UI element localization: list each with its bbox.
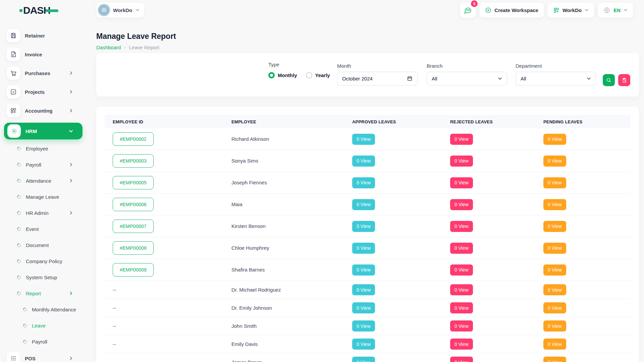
sidebar-subitem-attendance[interactable]: Attendance — [4, 173, 83, 189]
radio-yearly-control[interactable] — [306, 72, 312, 78]
search-button[interactable] — [603, 74, 615, 86]
approved-leaves-view-button[interactable]: 0 View — [352, 284, 375, 295]
pending-leaves-view-button[interactable]: 0 View — [543, 221, 566, 232]
sidebar-item-projects[interactable]: Projects — [4, 85, 83, 99]
pending-leaves-view-button[interactable]: 0 View — [543, 243, 566, 254]
employee-id-button[interactable]: #EMP00008 — [113, 241, 154, 255]
sidebar-subitem-payroll[interactable]: Payroll — [4, 157, 83, 173]
department-select[interactable]: All — [516, 72, 596, 85]
rejected-leaves-view-button[interactable]: 0 View — [450, 243, 473, 254]
rejected-leaves-view-button[interactable]: 0 View — [450, 177, 473, 188]
rejected-leaves-view-button[interactable]: 0 View — [450, 199, 473, 210]
sidebar-item-hrm[interactable]: HRM — [4, 123, 83, 139]
radio-yearly[interactable]: Yearly — [306, 72, 330, 78]
sidebar-subitem-monthly-attendance[interactable]: Monthly Attendance — [4, 301, 83, 317]
breadcrumb-separator: › — [124, 45, 125, 50]
table-row: #EMP00002 Richard Atkinson 0 View 0 View… — [105, 128, 631, 150]
table-row: #EMP00007 Kirsten Benson 0 View 0 View 0… — [105, 216, 631, 237]
sidebar-subitem-company-policy[interactable]: Company Policy — [4, 253, 83, 269]
employee-id-button[interactable]: #EMP00009 — [113, 263, 154, 277]
month-value: October 2024 — [342, 76, 407, 81]
sidebar-subitem-report[interactable]: Report — [4, 285, 83, 301]
table-row: -- Dr. Emily Johnson 0 View 0 View 0 Vie… — [105, 299, 631, 317]
calendar-icon — [407, 76, 413, 81]
sidebar-subitem-label: Company Policy — [26, 258, 62, 264]
department-label: Department — [516, 63, 596, 69]
sidebar-subitem-label: Payroll — [32, 339, 47, 345]
sidebar-item-purchases[interactable]: Purchases — [4, 66, 83, 80]
sidebar-subitem-label: Leave — [32, 323, 46, 328]
radio-monthly[interactable]: Monthly — [268, 72, 297, 78]
employee-id-button[interactable]: #EMP00002 — [113, 132, 154, 146]
reset-filter-button[interactable] — [618, 74, 630, 86]
rejected-leaves-view-button[interactable]: 0 View — [450, 284, 473, 295]
rejected-leaves-view-button[interactable]: 0 View — [450, 134, 473, 145]
bullet-icon — [16, 275, 22, 280]
month-label: Month — [337, 63, 418, 69]
pending-leaves-view-button[interactable]: 0 View — [543, 339, 566, 350]
pending-leaves-view-button[interactable]: 0 View — [543, 284, 566, 295]
column-header: PENDING LEAVES — [535, 115, 631, 128]
sidebar-subitem-label: Employee — [26, 146, 48, 152]
radio-yearly-label: Yearly — [315, 72, 330, 78]
sidebar-item-pos[interactable]: POS — [4, 352, 83, 362]
branch-select[interactable]: All — [427, 72, 507, 85]
employee-id-empty: -- — [113, 341, 116, 347]
month-input[interactable]: October 2024 — [337, 72, 418, 85]
chevron-right-icon — [69, 90, 73, 94]
bullet-icon — [16, 178, 22, 183]
sidebar-subitem-event[interactable]: Event — [4, 221, 83, 237]
employee-id-button[interactable]: #EMP00003 — [113, 154, 154, 168]
radio-monthly-control[interactable] — [268, 72, 275, 78]
pending-leaves-view-button[interactable]: 0 View — [543, 199, 566, 210]
pending-leaves-view-button[interactable]: 0 View — [543, 357, 566, 362]
rejected-leaves-view-button[interactable]: 0 View — [450, 339, 473, 350]
pending-leaves-view-button[interactable]: 0 View — [543, 302, 566, 313]
rejected-leaves-view-button[interactable]: 0 View — [450, 221, 473, 232]
pending-leaves-view-button[interactable]: 0 View — [543, 320, 566, 331]
employee-id-empty: -- — [113, 359, 116, 362]
rejected-leaves-view-button[interactable]: 0 View — [450, 320, 473, 331]
approved-leaves-view-button[interactable]: 0 View — [352, 357, 375, 362]
approved-leaves-view-button[interactable]: 0 View — [352, 302, 375, 313]
approved-leaves-view-button[interactable]: 0 View — [352, 177, 375, 188]
projects-icon — [10, 88, 17, 95]
sidebar-item-invoice[interactable]: Invoice — [4, 48, 83, 61]
sidebar-subitem-employee[interactable]: Employee — [4, 140, 83, 157]
pending-leaves-view-button[interactable]: 0 View — [543, 156, 566, 167]
sidebar-subitem-hr-admin[interactable]: HR Admin — [4, 205, 83, 221]
employee-name: Dr. Emily Johnson — [231, 305, 272, 311]
chevron-right-icon — [69, 163, 73, 167]
sidebar-subitem-system-setup[interactable]: System Setup — [4, 269, 83, 285]
rejected-leaves-view-button[interactable]: 0 View — [450, 302, 473, 313]
pending-leaves-view-button[interactable]: 0 View — [543, 264, 566, 276]
sidebar-item-accounting[interactable]: Accounting — [4, 104, 83, 117]
search-icon — [606, 77, 612, 83]
approved-leaves-view-button[interactable]: 0 View — [352, 339, 375, 350]
sidebar-subitem-document[interactable]: Document — [4, 237, 83, 253]
pending-leaves-view-button[interactable]: 0 View — [543, 177, 566, 188]
branch-label: Branch — [427, 63, 507, 69]
rejected-leaves-view-button[interactable]: 0 View — [450, 357, 473, 362]
approved-leaves-view-button[interactable]: 0 View — [352, 156, 375, 167]
employee-id-button[interactable]: #EMP00007 — [113, 220, 154, 233]
rejected-leaves-view-button[interactable]: 0 View — [450, 264, 473, 276]
approved-leaves-view-button[interactable]: 0 View — [352, 221, 375, 232]
rejected-leaves-view-button[interactable]: 0 View — [450, 156, 473, 167]
approved-leaves-view-button[interactable]: 0 View — [352, 134, 375, 145]
pending-leaves-view-button[interactable]: 0 View — [543, 134, 566, 145]
approved-leaves-view-button[interactable]: 0 View — [352, 320, 375, 331]
approved-leaves-view-button[interactable]: 0 View — [352, 264, 375, 276]
sidebar-item-retainer[interactable]: Retainer — [4, 29, 83, 42]
approved-leaves-view-button[interactable]: 0 View — [352, 199, 375, 210]
table-row: -- James Brown 0 View 0 View 0 View — [105, 353, 631, 362]
breadcrumb-dashboard-link[interactable]: Dashboard — [96, 45, 121, 50]
sidebar-subitem-manage-leave[interactable]: Manage Leave — [4, 189, 83, 205]
table-header-row: EMPLOYEE IDEMPLOYEEAPPROVED LEAVESREJECT… — [105, 115, 631, 128]
sidebar-subitem-payroll[interactable]: Payroll — [4, 334, 83, 350]
main-content: Manage Leave Report Dashboard › Leave Re… — [96, 0, 639, 362]
sidebar-subitem-leave[interactable]: Leave — [4, 317, 83, 334]
approved-leaves-view-button[interactable]: 0 View — [352, 243, 375, 254]
employee-id-button[interactable]: #EMP00006 — [113, 198, 154, 211]
employee-id-button[interactable]: #EMP00005 — [113, 176, 154, 189]
